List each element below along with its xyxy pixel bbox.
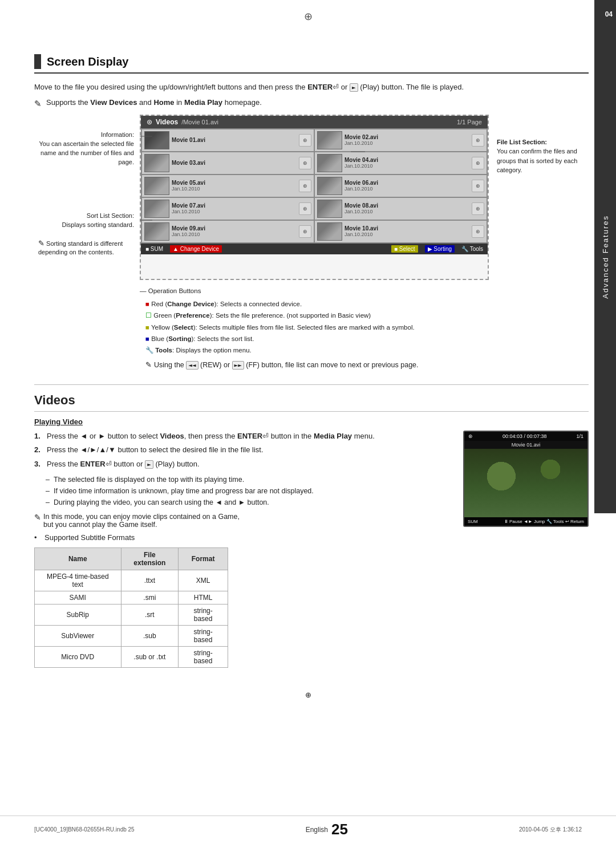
video-icon-8: ⊛ xyxy=(472,202,484,215)
col-name: Name xyxy=(35,548,121,570)
video-info-3: Movie 03.avi xyxy=(172,160,297,166)
row3-name: SubRip xyxy=(35,604,121,626)
video-info-1: Movie 01.avi xyxy=(172,137,297,143)
steps-list: 1. Press the ◄ or ► button to select Vid… xyxy=(34,431,452,470)
table-row: MPEG-4 time-based text .ttxt XML xyxy=(35,570,228,591)
section-divider xyxy=(34,384,589,385)
video-thumb-9 xyxy=(144,222,169,241)
video-info-2: Movie 02.avi Jan.10.2010 xyxy=(345,134,469,146)
video-name-7: Movie 07.avi xyxy=(172,202,297,209)
row5-ext: .sub or .txt xyxy=(121,647,179,668)
video-cell-3: Movie 03.avi ⊛ xyxy=(142,152,314,174)
step-num-1: 1. xyxy=(34,431,43,442)
video-thumb-5 xyxy=(144,177,169,195)
video-header-icon: ⊛ xyxy=(147,118,152,126)
video-thumb-7 xyxy=(144,200,169,218)
page-lang: English xyxy=(306,826,328,834)
video-name-10: Movie 10.avi xyxy=(345,225,469,232)
section-bar xyxy=(34,54,41,69)
video-icon-10: ⊛ xyxy=(472,225,484,238)
video-header-title: Videos xyxy=(156,118,178,126)
chapter-number: 04 xyxy=(605,10,613,18)
video-icon-7: ⊛ xyxy=(299,202,311,215)
row3-ext: .srt xyxy=(121,604,179,626)
row1-format: XML xyxy=(179,570,228,591)
video-name-4: Movie 04.avi xyxy=(345,157,469,163)
video-thumb-8 xyxy=(317,200,342,218)
note-pencil-icon: ✎ xyxy=(34,99,42,109)
mode-note-text: In this mode, you can enjoy movie clips … xyxy=(43,513,240,529)
videos-text-col: 1. Press the ◄ or ► button to select Vid… xyxy=(34,431,452,674)
screen-diagram-wrapper: Information: You can ascertain the selec… xyxy=(34,115,589,280)
file-list-label: File List Section: xyxy=(497,139,547,145)
op-btn-red: ■ Red (Change Device): Selects a connect… xyxy=(145,298,589,310)
bullet-dot: • xyxy=(34,533,41,542)
video-header-page: 1/1 Page xyxy=(457,119,482,125)
sort-annotation: Sort List Section: Displays sorting stan… xyxy=(40,212,134,230)
sort-detail: Displays sorting standard. xyxy=(62,221,134,228)
video-name-1: Movie 01.avi xyxy=(172,137,297,143)
player-controls: ⏸ Pause ◄► Jump 🔧 Tools ↩ Return xyxy=(504,519,584,524)
op-btn-blue: ■ Blue (Sorting): Selects the sort list. xyxy=(145,333,589,344)
video-icon-5: ⊛ xyxy=(299,180,311,192)
video-cell-10: Movie 10.avi Jan.10.2010 ⊛ xyxy=(315,221,487,242)
page-footer: [UC4000_19]BN68-02655H-RU.indb 25 Englis… xyxy=(0,816,616,838)
video-info-6: Movie 06.avi Jan.10.2010 xyxy=(345,180,469,192)
table-header-row: Name File extension Format xyxy=(35,548,228,570)
row5-format: string-based xyxy=(179,647,228,668)
table-row: SubViewer .sub string-based xyxy=(35,626,228,647)
screen-diagram: ⊛ Videos /Movie 01.avi 1/1 Page Movie 01… xyxy=(140,115,489,280)
video-thumb-2 xyxy=(317,131,342,149)
file-list-detail: You can confirm the files and groups tha… xyxy=(497,148,577,173)
video-header: ⊛ Videos /Movie 01.avi 1/1 Page xyxy=(141,116,488,128)
video-name-2: Movie 02.avi xyxy=(345,134,469,140)
video-cell-4: Movie 04.avi Jan.10.2010 ⊛ xyxy=(315,152,487,174)
playing-video-subtitle: Playing Video xyxy=(34,417,589,426)
pencil-icon: ✎ xyxy=(145,359,152,372)
video-name-8: Movie 08.avi xyxy=(345,202,469,209)
row1-ext: .ttxt xyxy=(121,570,179,591)
video-cell-5: Movie 05.avi Jan.10.2010 ⊛ xyxy=(142,175,314,197)
row1-name: MPEG-4 time-based text xyxy=(35,570,121,591)
main-content: Screen Display Move to the file you desi… xyxy=(34,23,589,674)
table-row: SAMI .smi HTML xyxy=(35,591,228,604)
videos-content-row: 1. Press the ◄ or ► button to select Vid… xyxy=(34,431,589,674)
screen-display-title: Screen Display xyxy=(47,55,128,68)
video-name-6: Movie 06.avi xyxy=(345,180,469,186)
video-icon-4: ⊛ xyxy=(472,157,484,169)
chapter-sidebar: 04 Advanced Features xyxy=(594,0,616,513)
footer-right: 2010-04-05 오후 1:36:12 xyxy=(519,826,582,834)
row2-name: SAMI xyxy=(35,591,121,604)
screen-display-note: ✎ Supports the View Devices and Home in … xyxy=(34,98,589,109)
op-btn-tools: 🔧 Tools: Displays the option menu. xyxy=(145,344,589,356)
video-info-5: Movie 05.avi Jan.10.2010 xyxy=(172,180,297,192)
player-video-area xyxy=(464,449,587,517)
reg-mark-top: ⊕ xyxy=(0,0,616,23)
sort-note-text: ✎ Sorting standard is different dependin… xyxy=(38,240,123,255)
video-thumb-4 xyxy=(317,154,342,172)
player-giraffe-visual xyxy=(464,449,587,517)
video-cell-2: Movie 02.avi Jan.10.2010 ⊛ xyxy=(315,129,487,151)
step-text-1: Press the ◄ or ► button to select Videos… xyxy=(47,431,375,442)
mode-pencil-icon: ✎ xyxy=(34,513,41,522)
page-container: ⊕ 04 Advanced Features Screen Display Mo… xyxy=(0,0,616,852)
step-num-2: 2. xyxy=(34,444,43,456)
rew-ff-text: Using the ◄◄ (REW) or ►► (FF) button, fi… xyxy=(154,359,419,372)
video-date-2: Jan.10.2010 xyxy=(345,140,469,146)
screen-display-intro: Move to the file you desired using the u… xyxy=(34,82,589,94)
page-number-box: English 25 xyxy=(306,821,348,838)
btn-tools: 🔧 Tools xyxy=(461,246,483,252)
left-annotations: Information: You can ascertain the selec… xyxy=(34,115,140,280)
btn-sum: ■ SUM xyxy=(145,246,163,252)
video-date-5: Jan.10.2010 xyxy=(172,186,297,192)
video-bottombar: ■ SUM ▲ Change Device ■ Select ▶ Sorting… xyxy=(141,244,488,254)
info-label: Information: xyxy=(101,131,134,138)
player-page: 1/1 xyxy=(576,433,583,439)
row5-name: Micro DVD xyxy=(35,647,121,668)
video-header-file: /Movie 01.avi xyxy=(181,119,218,125)
table-row: SubRip .srt string-based xyxy=(35,604,228,626)
step-num-3: 3. xyxy=(34,459,43,470)
row4-name: SubViewer xyxy=(35,626,121,647)
video-info-7: Movie 07.avi Jan.10.2010 xyxy=(172,202,297,214)
row2-format: HTML xyxy=(179,591,228,604)
